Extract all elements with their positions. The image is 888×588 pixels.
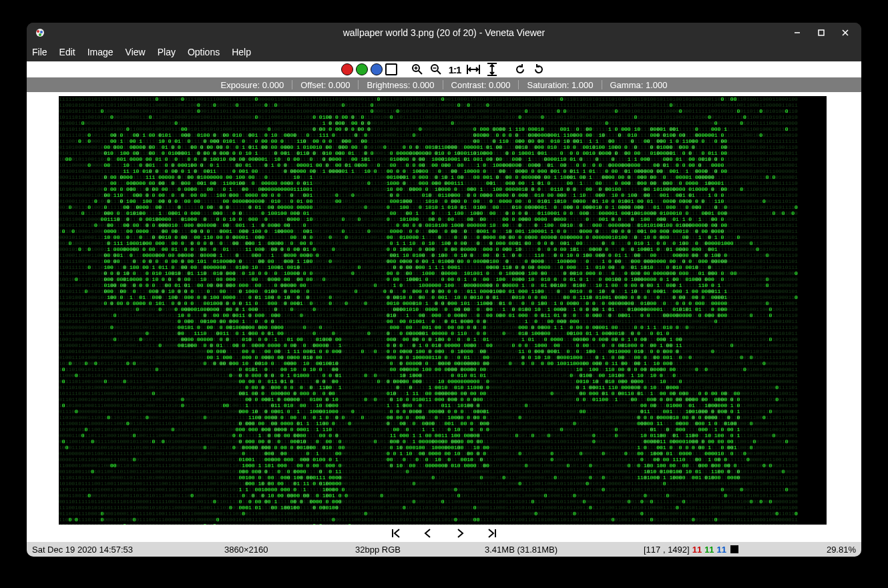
channel-luma-button[interactable]: [385, 63, 397, 75]
status-pixel-info: [117 , 1492] 11 11 11: [644, 545, 738, 555]
close-button[interactable]: [833, 23, 857, 42]
menu-bar: File Edit Image View Play Options Help: [27, 43, 861, 61]
minimize-button[interactable]: [785, 23, 809, 42]
zoom-in-button[interactable]: [409, 62, 425, 77]
channel-green-button[interactable]: [356, 63, 368, 75]
navigation-bar: [27, 525, 861, 542]
rotate-cw-button[interactable]: [531, 62, 547, 77]
fit-width-button[interactable]: [465, 62, 481, 77]
channel-red-button[interactable]: [341, 63, 353, 75]
svg-rect-5: [819, 30, 824, 35]
zoom-actual-button[interactable]: 1:1: [447, 62, 463, 77]
status-format: 32bpp RGB: [355, 545, 401, 555]
displayed-image: 1111100010101111101010111001110111110000…: [59, 96, 827, 525]
menu-help[interactable]: Help: [232, 47, 251, 57]
status-zoom: 29.81%: [827, 545, 856, 555]
svg-point-2: [40, 31, 43, 33]
adjustments-bar: Exposure: 0.000 Offset: 0.000 Brightness…: [27, 77, 861, 92]
offset-readout[interactable]: Offset: 0.000: [292, 80, 358, 90]
brightness-readout[interactable]: Brightness: 0.000: [359, 80, 442, 90]
title-bar: wallpaper world 3.png (20 of 20) - Venet…: [27, 23, 861, 43]
status-filesize: 3.41MB (31.81MB): [485, 545, 558, 555]
menu-play[interactable]: Play: [158, 47, 176, 57]
app-icon: [35, 27, 45, 38]
image-canvas[interactable]: 1111100010101111101010111001110111110000…: [27, 92, 861, 525]
status-pixel-r: 11: [692, 545, 702, 555]
zoom-out-button[interactable]: [428, 62, 444, 77]
status-pixel-b: 11: [717, 545, 726, 555]
next-image-button[interactable]: [453, 527, 467, 540]
app-window: wallpaper world 3.png (20 of 20) - Venet…: [27, 23, 861, 557]
svg-line-13: [437, 71, 441, 74]
first-image-button[interactable]: [389, 527, 403, 540]
gamma-readout[interactable]: Gamma: 1.000: [602, 80, 676, 90]
status-dimensions: 3860×2160: [224, 545, 268, 555]
status-bar: Sat Dec 19 2020 14:57:53 3860×2160 32bpp…: [27, 542, 861, 557]
pixel-swatch-icon: [730, 545, 738, 553]
saturation-readout[interactable]: Saturation: 1.000: [519, 80, 601, 90]
fit-height-button[interactable]: [484, 62, 500, 77]
maximize-button[interactable]: [809, 23, 833, 42]
previous-image-button[interactable]: [421, 527, 435, 540]
status-cursor-xy: [117 , 1492]: [644, 545, 690, 555]
svg-line-9: [419, 71, 422, 74]
window-title: wallpaper world 3.png (20 of 20) - Venet…: [343, 27, 545, 38]
status-pixel-g: 11: [704, 545, 714, 555]
menu-view[interactable]: View: [126, 47, 146, 57]
menu-edit[interactable]: Edit: [59, 47, 75, 57]
toolbar: 1:1: [27, 61, 861, 77]
menu-options[interactable]: Options: [188, 47, 220, 57]
channel-blue-button[interactable]: [371, 63, 383, 75]
contrast-readout[interactable]: Contrast: 0.000: [443, 80, 519, 90]
svg-point-1: [37, 30, 39, 33]
last-image-button[interactable]: [485, 527, 499, 540]
status-datetime: Sat Dec 19 2020 14:57:53: [32, 545, 133, 555]
window-controls: [785, 23, 857, 43]
menu-image[interactable]: Image: [87, 47, 114, 57]
rotate-ccw-button[interactable]: [512, 62, 528, 77]
exposure-readout[interactable]: Exposure: 0.000: [213, 80, 292, 90]
svg-point-3: [39, 33, 41, 36]
menu-file[interactable]: File: [32, 47, 47, 57]
